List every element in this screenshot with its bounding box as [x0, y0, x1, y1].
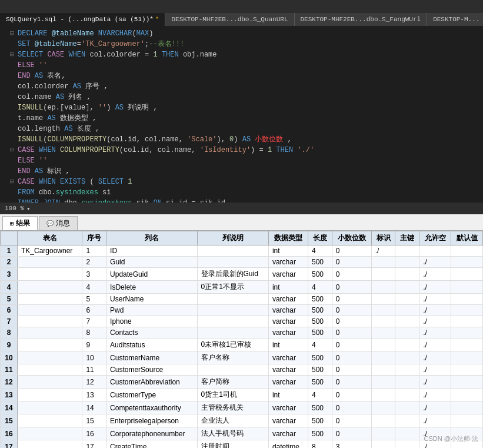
editor-tab[interactable]: SQLQuery1.sql - (...ongData (sa (51))**: [0, 13, 165, 26]
cell-desc: [197, 257, 268, 268]
table-row[interactable]: 1313CustomerType0货主1司机int40./: [1, 389, 483, 401]
cell-desc: 注册时间: [197, 440, 268, 449]
cell-colname: CustomerName: [106, 351, 197, 364]
gutter-icon[interactable]: ⊟: [5, 28, 14, 39]
title-bar: [0, 0, 483, 13]
cell-identity: [371, 339, 395, 351]
table-row[interactable]: 1111CustomerSourcevarchar5000./: [1, 364, 483, 376]
col-header: 列名: [106, 231, 197, 245]
gutter-icon[interactable]: ⊟: [5, 145, 14, 155]
cell-len: 500: [308, 316, 332, 327]
col-header: 表名: [17, 231, 82, 245]
cell-desc: 客户简称: [197, 376, 268, 389]
table-row[interactable]: 77Iphonevarchar5000./: [1, 316, 483, 327]
cell-default: [451, 245, 483, 257]
table-row[interactable]: 22Guidvarchar5000./: [1, 257, 483, 268]
zoom-dropdown-icon[interactable]: ▾: [26, 205, 31, 213]
gutter-icon[interactable]: ⊟: [5, 177, 14, 187]
cell-desc: 0未审核1已审核: [197, 339, 268, 351]
cell-identity: [371, 257, 395, 268]
table-row[interactable]: 44IsDelete0正常1不显示int40./: [1, 281, 483, 294]
cell-desc: [197, 316, 268, 327]
cell-tablename: [17, 376, 82, 389]
cell-len: 500: [308, 351, 332, 364]
cell-dec: 0: [332, 427, 371, 440]
cell-dtype: int: [268, 389, 308, 401]
zoom-bar: 100 % ▾: [0, 203, 483, 214]
code-content: ELSE '': [18, 155, 47, 166]
table-row[interactable]: 33UpdateGuid登录后最新的Guidvarchar5000./: [1, 268, 483, 281]
editor-line: col.colorder AS 序号 ,: [5, 81, 478, 92]
cell-pk: [395, 364, 419, 376]
col-header: 数据类型: [268, 231, 308, 245]
cell-dtype: varchar: [268, 327, 308, 339]
table-row[interactable]: 55UserNamevarchar5000./: [1, 294, 483, 305]
cell-nullable: ./: [419, 401, 451, 414]
results-table: 表名序号列名列说明数据类型长度小数位数标识主键允许空默认值 1TK_Cargoo…: [0, 231, 483, 448]
code-content: col.length AS 长度 ,: [18, 124, 99, 134]
cell-dtype: varchar: [268, 268, 308, 281]
cell-pk: [395, 316, 419, 327]
zoom-level: 100 %: [5, 205, 24, 212]
table-row[interactable]: 88Contactsvarchar5000./: [1, 327, 483, 339]
cell-default: [451, 268, 483, 281]
cell-dtype: varchar: [268, 376, 308, 389]
cell-seq: 17: [82, 440, 106, 449]
row-number: 16: [1, 427, 18, 440]
table-row[interactable]: 1212CustomerAbbreviation客户简称varchar5000.…: [1, 376, 483, 389]
table-row[interactable]: 1414Competenttaxauthority主管税务机关varchar50…: [1, 401, 483, 414]
cell-pk: [395, 401, 419, 414]
row-number: 3: [1, 268, 18, 281]
table-row[interactable]: 99Auditstatus0未审核1已审核int40./: [1, 339, 483, 351]
cell-dec: 0: [332, 305, 371, 316]
editor-line: END AS 表名,: [5, 71, 478, 81]
cell-identity: [371, 351, 395, 364]
cell-seq: 8: [82, 327, 106, 339]
row-number: 11: [1, 364, 18, 376]
results-tab-消息[interactable]: 💬消息: [39, 216, 78, 230]
results-table-container[interactable]: 表名序号列名列说明数据类型长度小数位数标识主键允许空默认值 1TK_Cargoo…: [0, 231, 483, 448]
cell-tablename: [17, 364, 82, 376]
cell-tablename: [17, 339, 82, 351]
cell-colname: CustomerSource: [106, 364, 197, 376]
cell-dtype: varchar: [268, 401, 308, 414]
table-row[interactable]: 1010CustomerName客户名称varchar5000./: [1, 351, 483, 364]
row-number: 12: [1, 376, 18, 389]
cell-len: 500: [308, 401, 332, 414]
editor-tab[interactable]: DESKTOP-MHF2EB...dbo.S_FangWUrl: [295, 13, 428, 26]
editor-line: ELSE '': [5, 60, 478, 71]
cell-pk: [395, 427, 419, 440]
table-row[interactable]: 66Pwdvarchar5000./: [1, 305, 483, 316]
cell-pk: [395, 294, 419, 305]
row-number: 7: [1, 316, 18, 327]
table-row[interactable]: 1616Corporatephonenumber法人手机号码varchar500…: [1, 427, 483, 440]
cell-default: [451, 305, 483, 316]
cell-nullable: ./: [419, 294, 451, 305]
cell-dec: 0: [332, 401, 371, 414]
results-tab-label: 消息: [56, 218, 70, 228]
cell-identity: [371, 327, 395, 339]
gutter-icon[interactable]: ⊟: [5, 49, 14, 60]
cell-tablename: [17, 389, 82, 401]
grid-icon: ⊞: [10, 220, 14, 227]
cell-seq: 13: [82, 389, 106, 401]
cell-identity: [371, 294, 395, 305]
row-number: 17: [1, 440, 18, 449]
cell-dtype: varchar: [268, 414, 308, 427]
table-row[interactable]: 1717CreateTime注册时间datetime83./: [1, 440, 483, 449]
cell-dtype: varchar: [268, 351, 308, 364]
editor-tab[interactable]: DESKTOP-MHF2EB...dbo.S_QuanURL: [165, 13, 294, 26]
table-row[interactable]: 1515Enterpriselegalperson企业法人varchar5000…: [1, 414, 483, 427]
table-row[interactable]: 1TK_Cargoowner1IDint40./: [1, 245, 483, 257]
sql-editor[interactable]: ⊟DECLARE @tableName NVARCHAR(MAX)SET @ta…: [0, 26, 483, 203]
cell-colname: Corporatephonenumber: [106, 427, 197, 440]
cell-desc: [197, 245, 268, 257]
editor-tab[interactable]: DESKTOP-M...: [427, 13, 483, 26]
cell-len: 500: [308, 376, 332, 389]
results-tab-结果[interactable]: ⊞结果: [2, 216, 38, 230]
results-tab-label: 结果: [16, 218, 30, 228]
editor-line: FROM dbo.sysindexes si: [5, 187, 478, 198]
cell-colname: ID: [106, 245, 197, 257]
cell-default: [451, 364, 483, 376]
code-content: ISNULL(ep.[value], '') AS 列说明 ,: [18, 102, 158, 113]
